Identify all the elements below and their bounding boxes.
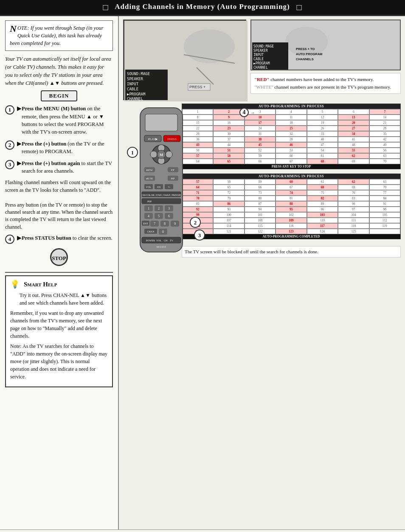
step-4-circle: 4 xyxy=(239,108,249,117)
channel-cell: 63 xyxy=(369,179,400,185)
tv-left-container: SOUND:MAGE SPEAKER INPUT CABLE ▶PROGRAM … xyxy=(123,20,246,100)
svg-text:FF: FF xyxy=(171,168,174,172)
channel-cell: 111 xyxy=(338,218,369,223)
svg-point-35 xyxy=(166,151,172,158)
svg-text:CHANNELS: CHANNELS xyxy=(296,57,314,61)
svg-text:CABLE: CABLE xyxy=(253,57,264,61)
svg-text:0: 0 xyxy=(162,230,164,234)
remote-svg: PLAY▶ STATUS M REW xyxy=(123,104,208,265)
channel-cell: 27 xyxy=(338,126,369,131)
channel-cell: 98 xyxy=(369,207,400,212)
svg-text:STATUS: STATUS xyxy=(167,138,177,140)
auto-prog-title-1: AUTO-PROGRAMMING IN PROCESS xyxy=(182,104,400,109)
white-channel-note: "WHITE" channel numbers are not present … xyxy=(254,84,397,91)
channel-cell: 23 xyxy=(213,126,244,131)
channel-cell: 123 xyxy=(276,229,307,234)
note-letter: N xyxy=(10,24,17,34)
channel-cell: 58 xyxy=(213,153,244,159)
channel-cell: 112 xyxy=(369,218,400,223)
svg-text:PLAY▶: PLAY▶ xyxy=(148,137,158,141)
step-3-arrow: ▶ xyxy=(17,160,22,167)
svg-text:INPUT: INPUT xyxy=(127,82,139,86)
channel-cell: 34 xyxy=(338,131,369,137)
step-2-content: Press the (+) button (on the TV or the r… xyxy=(22,140,113,155)
step-3: 3 ▶ Press the (+) button again to start … xyxy=(5,160,113,175)
channel-cell: 52 xyxy=(245,148,276,153)
channel-cell: 25 xyxy=(276,126,307,131)
channel-cell: 95 xyxy=(276,207,307,212)
svg-text:CHANNEL: CHANNEL xyxy=(253,66,268,70)
step-4-content: Press STATUS button to clear the screen. xyxy=(22,234,112,242)
smart-help-box: 💡 Smart Help Try it out. Press CHAN-NEL … xyxy=(5,275,113,387)
page-number: 6 xyxy=(0,529,405,532)
auto-prog-grid-2: AUTO-PROGRAMMING IN PROCESS 575859606162… xyxy=(182,174,401,239)
stop-button: STOP xyxy=(5,248,113,266)
channel-cell: 122 xyxy=(245,229,276,234)
tv-area: SOUND:MAGE SPEAKER INPUT CABLE ▶PROGRAM … xyxy=(123,20,401,100)
channel-cell: 49 xyxy=(369,142,400,148)
channel-cell: 69 xyxy=(338,185,369,190)
channel-cell: 66 xyxy=(245,185,276,190)
svg-text:ENT: ENT xyxy=(143,222,148,225)
main-layout: N OTE: If you went through Setup (in you… xyxy=(0,16,405,529)
begin-button: BEGIN xyxy=(41,90,78,101)
channel-cell: 69 xyxy=(338,159,369,164)
bracket-right: □ xyxy=(297,3,302,12)
svg-text:VOL: VOL xyxy=(156,239,162,242)
step-3-content: Press the (+) button again to start the … xyxy=(22,160,113,175)
channel-cell: 83 xyxy=(338,196,369,201)
channel-cell: 100 xyxy=(213,212,244,218)
svg-text:9: 9 xyxy=(174,222,176,226)
channel-cell: 30 xyxy=(213,131,244,137)
channel-cell: 13 xyxy=(338,115,369,120)
svg-text:VOL: VOL xyxy=(146,186,152,188)
tv-screen-left: SOUND:MAGE SPEAKER INPUT CABLE ▶PROGRAM … xyxy=(123,20,246,100)
tv-screen-right: SOUND:MAGE SPEAKER INPUT CABLE ▶PROGRAM … xyxy=(250,20,401,70)
channel-cell: 116 xyxy=(276,223,307,229)
channel-cell: 73 xyxy=(245,190,276,196)
svg-text:3: 3 xyxy=(168,207,170,210)
header-title: Adding Channels in Memory (Auto Programm… xyxy=(115,3,290,11)
smart-help-header: 💡 Smart Help xyxy=(10,280,108,289)
tv-right-container: SOUND:MAGE SPEAKER INPUT CABLE ▶PROGRAM … xyxy=(250,20,401,100)
svg-text:CH/COLOR | ENH | SWAP | FREEZE: CH/COLOR | ENH | SWAP | FREEZE xyxy=(141,194,181,196)
intro-text: Your TV can automatically set itself for… xyxy=(5,55,113,87)
auto-prog-grid-1: AUTO-PROGRAMMING IN PROCESS 123456789101… xyxy=(182,104,401,169)
channel-cell: 40 xyxy=(307,137,338,142)
svg-text:TV: TV xyxy=(170,239,174,242)
channel-cell: 94 xyxy=(245,207,276,212)
svg-text:REW: REW xyxy=(146,168,153,172)
channel-cell: 103 xyxy=(307,212,338,218)
channel-cell: 6 xyxy=(338,109,369,115)
channel-cell: 39 xyxy=(276,137,307,142)
channel-cell: 37 xyxy=(213,137,244,142)
channel-cell: 109 xyxy=(276,218,307,223)
channel-cell: 93 xyxy=(213,207,244,212)
svg-text:INPUT: INPUT xyxy=(253,53,264,57)
channel-cell: 117 xyxy=(307,223,338,229)
step-1-arrow: ▶ xyxy=(17,105,22,112)
channel-cell: 59 xyxy=(245,179,276,185)
channel-cell: 61 xyxy=(307,179,338,185)
channel-cell: 62 xyxy=(338,153,369,159)
step-2-arrow: ▶ xyxy=(17,140,22,147)
step-3-number: 3 xyxy=(5,160,14,169)
channel-cell: 31 xyxy=(245,131,276,137)
svg-point-34 xyxy=(150,151,157,158)
channel-cell: 56 xyxy=(369,148,400,153)
svg-text:CHANNEL: CHANNEL xyxy=(127,97,143,101)
channel-cell: 90 xyxy=(338,201,369,207)
svg-text:M: M xyxy=(160,153,163,157)
channel-cell: 42 xyxy=(369,137,400,142)
channel-cell: 33 xyxy=(307,131,338,137)
svg-text:M  O  D  E: M O D E xyxy=(157,246,166,248)
channel-cell: 72 xyxy=(213,190,244,196)
step-2-number: 2 xyxy=(5,140,14,150)
svg-text:1: 1 xyxy=(148,207,149,210)
svg-text:2: 2 xyxy=(194,219,197,226)
svg-text:+/-: +/- xyxy=(167,186,170,188)
channel-cell: 125 xyxy=(338,229,369,234)
svg-text:CH: CH xyxy=(157,186,161,188)
channel-cell: 75 xyxy=(307,190,338,196)
channel-cell: 84 xyxy=(369,196,400,201)
